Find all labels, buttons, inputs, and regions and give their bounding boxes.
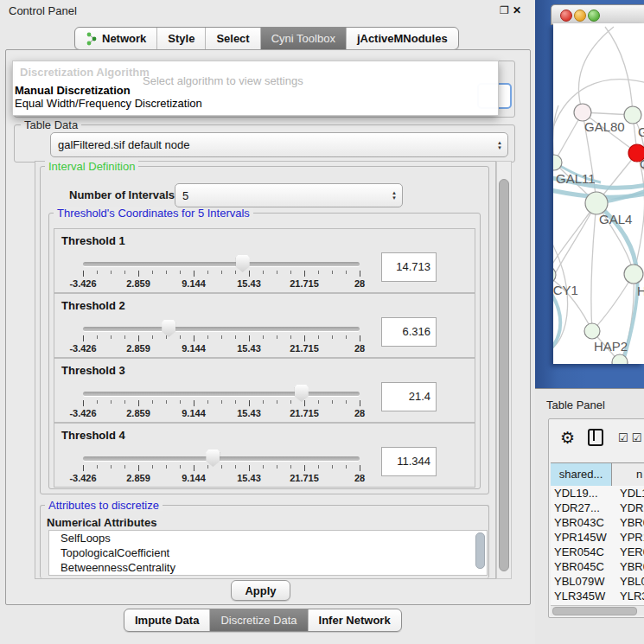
tab-style[interactable]: Style xyxy=(157,28,206,49)
list-scrollbar-thumb[interactable] xyxy=(475,532,485,569)
table-row[interactable]: YLR345WYLR3 xyxy=(551,589,644,603)
slider-track[interactable] xyxy=(83,456,360,461)
tick-major xyxy=(360,400,360,406)
table-panel-title: Table Panel xyxy=(546,399,605,411)
table-row[interactable]: YDR27...YDR2 xyxy=(551,501,644,515)
network-node-label: HAP2 xyxy=(594,339,628,354)
table-row[interactable]: YPR145WYPR1 xyxy=(551,530,644,545)
slider-thumb[interactable] xyxy=(162,320,175,337)
tab-cyni-toolbox[interactable]: Cyni Toolbox xyxy=(261,28,347,49)
cell-name: YBR0 xyxy=(615,515,644,530)
network-canvas[interactable]: GAL80GCGAL11GAL4GCY1HHAP2 xyxy=(553,23,644,364)
tick-minor xyxy=(111,335,112,339)
slider-thumb[interactable] xyxy=(206,450,220,467)
attribute-list-item[interactable]: BetweennessCentrality xyxy=(49,560,487,575)
interval-definition-label: Interval Definition xyxy=(45,161,138,172)
table-row[interactable]: YBR045CYBR0 xyxy=(551,559,644,574)
cell-shared-name: YBR043C xyxy=(551,515,615,530)
horizontal-scrollbar-thumb[interactable] xyxy=(552,607,637,615)
zoom-traffic-light-icon[interactable] xyxy=(588,10,600,22)
slider-track[interactable] xyxy=(83,392,360,396)
network-node[interactable] xyxy=(584,323,600,339)
tick-minor xyxy=(152,400,153,404)
tick-minor xyxy=(290,335,291,339)
tab-select[interactable]: Select xyxy=(206,28,260,49)
column-header-name[interactable]: n xyxy=(612,463,644,486)
cell-name: YPR1 xyxy=(615,530,644,545)
tick-minor xyxy=(235,400,236,404)
vertical-scrollbar-thumb[interactable] xyxy=(499,179,509,571)
float-icon[interactable]: ❐ xyxy=(500,4,509,16)
tick-minor xyxy=(235,465,236,469)
split-columns-icon[interactable] xyxy=(588,429,603,446)
attribute-list-item[interactable]: TopologicalCoefficient xyxy=(49,545,487,560)
tick-major xyxy=(194,400,194,406)
tick-label: 21.715 xyxy=(283,408,326,418)
table-rows: YDL19...YDL1YDR27...YDR2YBR043CYBR0YPR14… xyxy=(551,486,644,608)
tab-discretize-data[interactable]: Discretize Data xyxy=(210,609,308,631)
checkbox-icon[interactable]: ☑ xyxy=(632,431,642,444)
network-node-label: GAL80 xyxy=(584,119,625,134)
tick-major xyxy=(83,465,84,471)
tick-major xyxy=(138,271,139,277)
menu-item-manual-discretization[interactable]: Manual Discretization xyxy=(15,84,131,97)
attribute-list-item[interactable]: SelfLoops xyxy=(49,531,487,545)
tick-minor xyxy=(318,400,319,404)
network-window-titlebar[interactable] xyxy=(551,4,644,25)
threshold-value-field[interactable]: 11.344 xyxy=(381,447,437,476)
table-data-combo[interactable]: galFiltered.sif default node ▲▼ xyxy=(50,132,508,157)
tab-infer-network[interactable]: Infer Network xyxy=(309,609,401,631)
threshold-value-field[interactable]: 21.4 xyxy=(381,382,437,411)
tab-jactivemnodules[interactable]: jActiveMNodules xyxy=(347,28,458,49)
tick-label: 21.715 xyxy=(283,343,326,354)
close-traffic-light-icon[interactable] xyxy=(560,10,572,22)
tab-impute-data[interactable]: Impute Data xyxy=(124,609,210,631)
tick-minor xyxy=(332,400,333,404)
tab-network[interactable]: Network xyxy=(75,28,157,49)
tick-minor xyxy=(207,400,208,404)
minimize-traffic-light-icon[interactable] xyxy=(574,10,586,22)
threshold-value-field[interactable]: 14.713 xyxy=(381,252,437,282)
tick-minor xyxy=(346,465,347,469)
checkbox-icon[interactable]: ☑ xyxy=(618,431,628,444)
tick-major xyxy=(249,335,250,341)
slider-track[interactable] xyxy=(83,262,360,266)
tick-minor xyxy=(97,271,98,274)
menu-item-equal-width-frequency[interactable]: Equal Width/Frequency Discretization xyxy=(15,97,202,110)
tick-minor xyxy=(277,400,277,404)
network-node[interactable] xyxy=(624,106,641,124)
cell-shared-name: YBL079W xyxy=(551,574,615,589)
column-header-shared-name[interactable]: shared... xyxy=(551,463,612,486)
vertical-scrollbar[interactable] xyxy=(496,161,512,579)
tick-minor xyxy=(166,465,167,469)
table-row[interactable]: YBL079WYBL0 xyxy=(551,574,644,589)
tab-cyni-toolbox-label: Cyni Toolbox xyxy=(271,32,335,45)
slider-thumb[interactable] xyxy=(236,255,250,272)
tab-impute-data-label: Impute Data xyxy=(135,614,199,627)
tick-label: 2.859 xyxy=(117,473,160,483)
table-row[interactable]: YDL19...YDL1 xyxy=(551,486,644,501)
tick-minor xyxy=(207,335,208,339)
number-of-intervals-combo[interactable]: 5 ▲▼ xyxy=(175,183,403,207)
tick-minor xyxy=(332,465,333,469)
numerical-attributes-list[interactable]: SelfLoopsTopologicalCoefficientBetweenne… xyxy=(48,530,488,576)
threshold-value-field[interactable]: 6.316 xyxy=(381,317,437,347)
tick-minor xyxy=(97,465,98,469)
gear-icon[interactable]: ⚙ xyxy=(560,428,575,448)
tick-minor xyxy=(346,400,347,404)
horizontal-scrollbar[interactable] xyxy=(551,605,644,615)
tab-select-label: Select xyxy=(216,32,249,45)
tick-minor xyxy=(166,400,167,404)
tick-minor xyxy=(207,465,208,469)
close-icon[interactable]: ✕ xyxy=(513,4,521,16)
slider-thumb[interactable] xyxy=(295,385,309,402)
table-row[interactable]: YBR043CYBR0 xyxy=(551,515,644,530)
slider-track[interactable] xyxy=(83,327,360,331)
tick-label: 9.144 xyxy=(172,343,215,354)
tick-label: -3.426 xyxy=(61,473,105,483)
table-row[interactable]: YER054CYER0 xyxy=(551,545,644,559)
network-node[interactable] xyxy=(574,104,591,121)
tick-label: 15.43 xyxy=(227,473,271,483)
apply-button[interactable]: Apply xyxy=(231,580,290,601)
network-node[interactable] xyxy=(624,265,643,284)
